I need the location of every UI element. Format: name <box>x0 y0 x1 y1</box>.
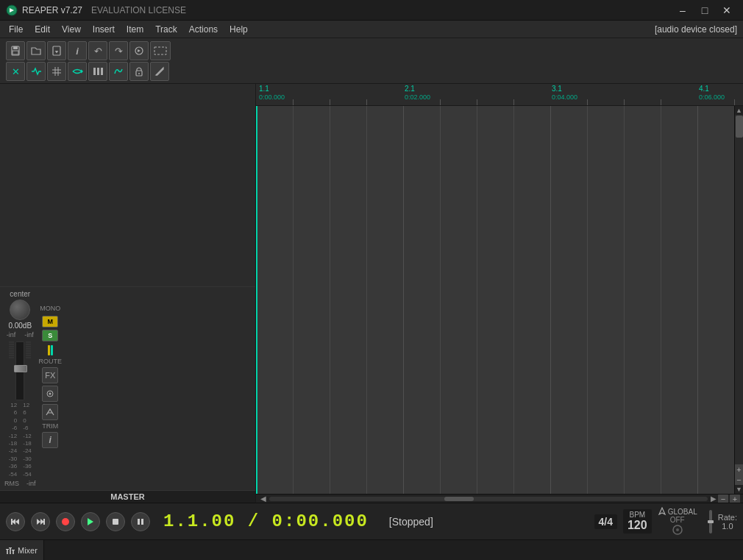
record-button[interactable] <box>56 512 75 531</box>
svg-marker-24 <box>37 519 40 525</box>
window-controls: – □ ✕ <box>672 3 737 18</box>
go-to-start-button[interactable] <box>6 512 25 531</box>
envelope-tool-button[interactable] <box>26 62 46 81</box>
menu-actions[interactable]: Actions <box>183 23 224 36</box>
mixer-tab[interactable]: Mixer <box>0 540 44 560</box>
lock-button[interactable] <box>129 62 149 81</box>
rate-label: Rate: <box>718 513 737 522</box>
svg-rect-33 <box>7 549 8 554</box>
h-scroll-track[interactable] <box>269 497 708 501</box>
master-fader-knob[interactable] <box>14 365 27 372</box>
scroll-zoom-in-button[interactable]: + <box>735 464 744 475</box>
tick-9 <box>661 99 661 105</box>
pause-button[interactable] <box>131 512 150 531</box>
stop-button[interactable] <box>106 512 125 531</box>
fx-button[interactable]: FX <box>42 367 58 383</box>
rate-slider-thumb[interactable] <box>708 520 714 523</box>
maximize-button[interactable]: □ <box>694 3 715 18</box>
vu-meter-group <box>9 341 31 400</box>
ruler-marker-4-time: 0:06.000 <box>697 93 726 101</box>
info-button[interactable]: i <box>68 41 87 60</box>
scroll-up-arrow[interactable]: ▲ <box>735 106 744 115</box>
svg-marker-21 <box>15 519 19 525</box>
right-inf-label: -inf <box>24 331 34 339</box>
bottom-bar: Mixer <box>0 539 743 560</box>
save-as-button[interactable] <box>47 41 66 60</box>
menu-help[interactable]: Help <box>224 23 254 36</box>
v-scroll-track[interactable] <box>735 115 744 464</box>
menu-edit[interactable]: Edit <box>29 23 56 36</box>
grid-line-3 <box>330 106 330 494</box>
solo-button[interactable]: S <box>42 330 58 341</box>
v-scroll-thumb[interactable] <box>736 116 743 138</box>
channel-strip-inner: center 0.00dB -inf -inf <box>0 287 255 490</box>
pan-knob[interactable] <box>10 300 30 320</box>
cursor-tool-button[interactable]: ✕ <box>6 62 25 81</box>
master-channel-strip: center 0.00dB -inf -inf <box>0 286 255 503</box>
monitor-button[interactable] <box>42 386 58 402</box>
ruler-marker-4-label: 4.1 <box>697 84 726 93</box>
tick-8 <box>624 99 625 105</box>
loop-button[interactable] <box>68 62 87 81</box>
render-button[interactable] <box>129 41 149 60</box>
grid-line-7 <box>477 106 477 494</box>
toolbar-row2: ✕ <box>6 62 737 81</box>
pencil-tool-button[interactable] <box>150 62 169 81</box>
undo-button[interactable]: ↶ <box>88 41 107 60</box>
zoom-out-button[interactable]: − <box>718 495 728 503</box>
rate-control: Rate: 1.0 <box>703 510 737 534</box>
main-area: center 0.00dB -inf -inf <box>0 84 743 503</box>
minimize-button[interactable]: – <box>672 3 693 18</box>
grid-view-button[interactable] <box>47 62 66 81</box>
snap-button[interactable] <box>88 62 107 81</box>
trim-button[interactable] <box>42 404 58 420</box>
go-to-end-button[interactable] <box>31 512 50 531</box>
rate-slider[interactable] <box>709 510 712 534</box>
ruler-marker-2-label: 2.1 <box>403 84 432 93</box>
master-name-label: MASTER <box>110 492 144 501</box>
global-circle-icon[interactable] <box>672 524 683 536</box>
time-signature[interactable]: 4/4 <box>594 514 617 529</box>
scroll-right-arrow[interactable]: ▶ <box>709 495 718 503</box>
master-fader-rail[interactable] <box>15 341 24 400</box>
svg-rect-29 <box>138 519 140 525</box>
menu-track[interactable]: Track <box>149 23 183 36</box>
svg-point-32 <box>676 528 679 531</box>
save-button[interactable] <box>6 41 25 60</box>
menu-view[interactable]: View <box>56 23 87 36</box>
position-display: 1.1.00 / 0:00.000 <box>163 511 369 531</box>
menu-item[interactable]: Item <box>121 23 149 36</box>
metronome-icon <box>658 507 666 516</box>
menu-bar: File Edit View Insert Item Track Actions… <box>0 21 743 38</box>
zoom-in-button[interactable]: + <box>730 495 740 503</box>
scroll-down-arrow[interactable]: ▼ <box>735 485 744 494</box>
h-scroll-thumb[interactable] <box>444 497 474 501</box>
redo-button[interactable]: ↷ <box>109 41 128 60</box>
track-content[interactable] <box>256 106 734 494</box>
scroll-zoom-out-button[interactable]: − <box>735 475 744 485</box>
track-panel: center 0.00dB -inf -inf <box>0 84 256 503</box>
rms-label: RMS <box>4 480 19 487</box>
close-button[interactable]: ✕ <box>717 3 737 18</box>
mute-button[interactable]: M <box>42 316 58 327</box>
info-channel-button[interactable]: i <box>42 432 58 448</box>
open-button[interactable] <box>26 41 46 60</box>
vu-left-section: center 0.00dB -inf -inf <box>4 290 36 487</box>
svg-rect-37 <box>9 547 12 548</box>
region-button[interactable] <box>150 41 171 60</box>
app-logo-icon <box>6 4 18 16</box>
play-button[interactable] <box>81 512 100 531</box>
scroll-left-arrow[interactable]: ◀ <box>259 495 268 503</box>
bpm-label: BPM <box>629 511 645 519</box>
global-off-text: OFF <box>670 516 685 524</box>
tick-7 <box>587 99 588 105</box>
tick-4 <box>440 99 441 105</box>
timeline-wrapper: 1.1 0:00.000 2.1 0:02.000 3.1 0:04.000 4… <box>256 84 743 503</box>
bpm-display[interactable]: BPM 120 <box>623 509 652 534</box>
menu-file[interactable]: File <box>3 23 29 36</box>
route-indicator <box>48 345 53 355</box>
automation-button[interactable] <box>109 62 128 81</box>
menu-insert[interactable]: Insert <box>87 23 121 36</box>
ruler-marker-1: 1.1 0:00.000 <box>257 84 286 101</box>
svg-point-18 <box>49 393 51 395</box>
